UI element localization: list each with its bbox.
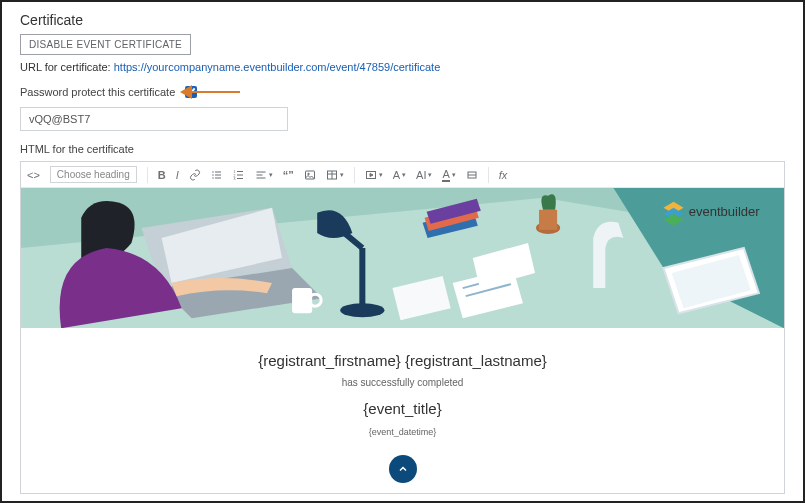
svg-rect-3 <box>215 174 221 175</box>
svg-rect-1 <box>215 171 221 172</box>
svg-rect-11 <box>237 178 243 179</box>
hr-icon[interactable] <box>466 169 478 181</box>
page-title: Certificate <box>20 12 785 28</box>
source-icon[interactable]: <> <box>27 169 40 181</box>
event-title-placeholder: {event_title} <box>21 400 784 417</box>
certificate-url-row: URL for certificate: https://yourcompany… <box>20 61 785 73</box>
italic-icon[interactable]: I <box>176 169 179 181</box>
align-icon[interactable]: ▾ <box>255 169 273 181</box>
styles-icon[interactable]: AI▾ <box>416 169 432 181</box>
quote-icon[interactable]: “” <box>283 169 294 181</box>
bullet-list-icon[interactable] <box>211 169 223 181</box>
certificate-banner-image: eventbuilder <box>21 188 784 328</box>
svg-rect-12 <box>256 171 265 172</box>
registrant-name-placeholder: {registrant_firstname} {registrant_lastn… <box>21 352 784 369</box>
media-icon[interactable]: ▾ <box>365 169 383 181</box>
password-protect-checkbox[interactable] <box>185 86 197 98</box>
rich-text-editor: <> Choose heading B I 123 ▾ “” ▾ ▾ A▾ AI… <box>20 161 785 494</box>
toolbar-separator <box>488 167 489 183</box>
svg-rect-50 <box>539 210 557 230</box>
link-icon[interactable] <box>189 169 201 181</box>
highlight-icon[interactable]: A▾ <box>442 168 455 182</box>
completed-text: has successfully completed <box>21 377 784 388</box>
svg-point-0 <box>212 171 214 173</box>
toolbar-separator <box>354 167 355 183</box>
scroll-to-top-button[interactable] <box>389 455 417 483</box>
svg-rect-14 <box>256 177 265 178</box>
svg-rect-9 <box>237 174 243 175</box>
svg-point-2 <box>212 174 214 176</box>
svg-rect-7 <box>237 171 243 172</box>
html-section-label: HTML for the certificate <box>20 143 785 155</box>
editor-content[interactable]: eventbuilder {registrant_firstname} {reg… <box>21 188 784 493</box>
password-protect-label: Password protect this certificate <box>20 86 175 98</box>
table-icon[interactable]: ▾ <box>326 169 344 181</box>
svg-rect-5 <box>215 177 221 178</box>
url-label: URL for certificate: <box>20 61 114 73</box>
certificate-settings-panel: Certificate DISABLE EVENT CERTIFICATE UR… <box>0 0 805 503</box>
bold-icon[interactable]: B <box>158 169 166 181</box>
heading-select[interactable]: Choose heading <box>50 166 137 183</box>
svg-rect-13 <box>256 174 262 175</box>
certificate-password-input[interactable] <box>20 107 288 131</box>
password-protect-row: Password protect this certificate <box>20 83 785 101</box>
svg-point-4 <box>212 177 214 179</box>
font-icon[interactable]: A▾ <box>393 169 406 181</box>
certificate-url-link[interactable]: https://yourcompanyname.eventbuilder.com… <box>114 61 441 73</box>
svg-marker-21 <box>370 173 373 176</box>
disable-event-certificate-button[interactable]: DISABLE EVENT CERTIFICATE <box>20 34 191 55</box>
toolbar-separator <box>147 167 148 183</box>
image-icon[interactable] <box>304 169 316 181</box>
event-datetime-placeholder: {event_datetime} <box>21 427 784 437</box>
editor-toolbar: <> Choose heading B I 123 ▾ “” ▾ ▾ A▾ AI… <box>21 162 784 188</box>
svg-text:3: 3 <box>233 177 235 181</box>
brand-text: eventbuilder <box>689 204 761 219</box>
number-list-icon[interactable]: 123 <box>233 169 245 181</box>
fx-button[interactable]: fx <box>499 169 508 181</box>
svg-point-33 <box>340 303 384 317</box>
svg-point-16 <box>307 173 309 175</box>
